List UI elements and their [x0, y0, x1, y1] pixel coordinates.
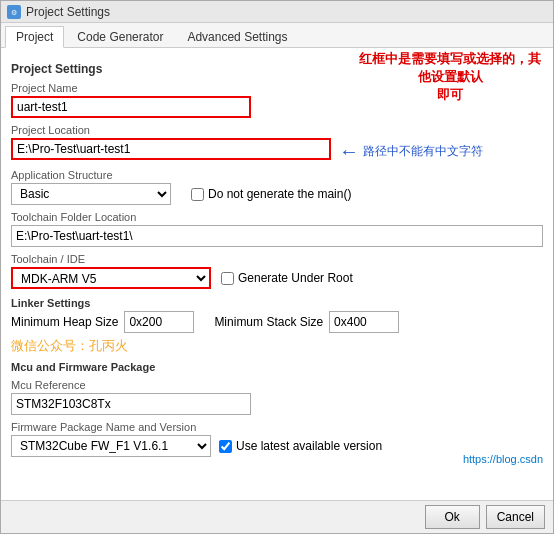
min-stack-item: Minimum Stack Size: [214, 311, 399, 333]
toolchain-folder-label: Toolchain Folder Location: [11, 211, 543, 223]
arrow-icon: ←: [339, 140, 359, 163]
firmware-package-select[interactable]: STM32Cube FW_F1 V1.6.1: [11, 435, 211, 457]
do-not-generate-label: Do not generate the main(): [208, 187, 351, 201]
toolchain-ide-label: Toolchain / IDE: [11, 253, 543, 265]
svg-text:⚙: ⚙: [11, 9, 17, 16]
cancel-button[interactable]: Cancel: [486, 505, 545, 529]
min-heap-item: Minimum Heap Size: [11, 311, 194, 333]
project-name-input[interactable]: [11, 96, 251, 118]
generate-under-root-label: Generate Under Root: [238, 271, 353, 285]
annotation-box: 红框中是需要填写或选择的，其他设置默认 即可: [355, 50, 545, 105]
tab-advanced-settings[interactable]: Advanced Settings: [176, 26, 298, 47]
min-heap-label: Minimum Heap Size: [11, 315, 118, 329]
wechat-text: 微信公众号：孔丙火: [11, 337, 543, 355]
generate-under-root-checkbox[interactable]: [221, 272, 234, 285]
footer: Ok Cancel: [1, 500, 553, 533]
min-stack-label: Minimum Stack Size: [214, 315, 323, 329]
toolchain-folder-input[interactable]: [11, 225, 543, 247]
use-latest-checkbox[interactable]: [219, 440, 232, 453]
mcu-firmware-label: Mcu and Firmware Package: [11, 361, 543, 373]
project-settings-window: ⚙ Project Settings Project Code Generato…: [0, 0, 554, 534]
url-watermark: https://blog.csdn: [463, 452, 543, 466]
window-title: Project Settings: [26, 5, 110, 19]
app-structure-label: Application Structure: [11, 169, 543, 181]
do-not-generate-row: Do not generate the main(): [191, 187, 351, 201]
tab-code-generator[interactable]: Code Generator: [66, 26, 174, 47]
linker-row: Minimum Heap Size Minimum Stack Size: [11, 311, 543, 333]
mcu-reference-input[interactable]: [11, 393, 251, 415]
window-icon: ⚙: [7, 5, 21, 19]
content-area: 红框中是需要填写或选择的，其他设置默认 即可 Project Settings …: [1, 48, 553, 500]
title-bar: ⚙ Project Settings: [1, 1, 553, 23]
toolchain-ide-row: MDK-ARM V5 Generate Under Root: [11, 267, 543, 289]
mcu-reference-label: Mcu Reference: [11, 379, 543, 391]
firmware-package-label: Firmware Package Name and Version: [11, 421, 543, 433]
arrow-annotation-text: 路径中不能有中文字符: [363, 143, 483, 160]
toolchain-ide-select[interactable]: MDK-ARM V5: [11, 267, 211, 289]
use-latest-row: Use latest available version: [219, 439, 382, 453]
generate-under-root-row: Generate Under Root: [221, 271, 353, 285]
project-location-label: Project Location: [11, 124, 331, 136]
min-stack-input[interactable]: [329, 311, 399, 333]
app-structure-select[interactable]: Basic: [11, 183, 171, 205]
tab-project[interactable]: Project: [5, 26, 64, 48]
url-text: https://blog.csdn: [463, 453, 543, 465]
app-structure-row: Basic Do not generate the main(): [11, 183, 543, 205]
use-latest-label: Use latest available version: [236, 439, 382, 453]
annotation-main: 红框中是需要填写或选择的，其他设置默认 即可: [355, 50, 545, 105]
tabs-bar: Project Code Generator Advanced Settings: [1, 23, 553, 48]
project-location-input[interactable]: [11, 138, 331, 160]
do-not-generate-checkbox[interactable]: [191, 188, 204, 201]
ok-button[interactable]: Ok: [425, 505, 480, 529]
min-heap-input[interactable]: [124, 311, 194, 333]
linker-settings-label: Linker Settings: [11, 297, 543, 309]
